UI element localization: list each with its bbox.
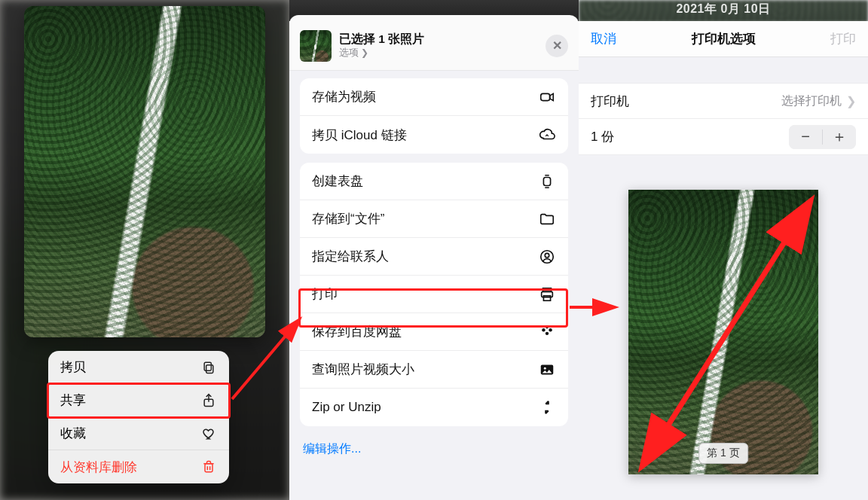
close-icon: ✕: [552, 38, 562, 53]
edit-actions-link[interactable]: 编辑操作...: [300, 435, 568, 468]
share-group-2: 创建表盘 存储到“文件” 指定给联系人 打印: [300, 163, 568, 426]
panel-share-sheet: 已选择 1 张照片 选项 ❯ ✕ 存储为视频 拷贝 iCloud 链接: [289, 0, 579, 500]
svg-rect-5: [543, 177, 550, 185]
chevron-right-icon: ❯: [846, 94, 856, 108]
copy-icon: [200, 359, 217, 376]
copies-stepper: − ＋: [789, 125, 856, 149]
context-menu-label: 拷贝: [60, 358, 86, 376]
action-label: 拷贝 iCloud 链接: [312, 127, 407, 144]
svg-rect-4: [541, 93, 550, 100]
context-menu-favorite[interactable]: 收藏: [48, 417, 229, 450]
action-label: 查询照片视频大小: [312, 361, 414, 378]
share-thumbnail: [300, 30, 332, 62]
stepper-plus-button[interactable]: ＋: [823, 125, 856, 149]
image-size-icon: [538, 361, 556, 379]
cancel-button[interactable]: 取消: [591, 30, 616, 47]
share-sheet-header: 已选择 1 张照片 选项 ❯ ✕: [289, 21, 579, 71]
selected-photo-preview[interactable]: [24, 6, 265, 337]
share-title-box: 已选择 1 张照片 选项 ❯: [339, 32, 538, 59]
share-title: 已选择 1 张照片: [339, 32, 538, 46]
print-title: 打印机选项: [579, 30, 868, 47]
context-menu-delete[interactable]: 从资料库删除: [48, 450, 229, 483]
contact-icon: [538, 248, 556, 266]
watch-icon: [538, 172, 556, 191]
printer-label: 打印机: [591, 93, 629, 110]
action-assign-contact[interactable]: 指定给联系人: [300, 238, 568, 276]
svg-point-7: [545, 253, 549, 258]
panel-print-options: 2021年 0月 10日 取消 打印机选项 打印 打印机 选择打印机 ❯ 1 份…: [579, 0, 868, 500]
cloud-link-icon: [538, 126, 556, 144]
action-label: 创建表盘: [312, 172, 363, 190]
svg-rect-3: [205, 464, 212, 472]
stepper-minus-button[interactable]: −: [789, 125, 822, 149]
action-print[interactable]: 打印: [300, 276, 568, 313]
context-menu-label: 从资料库删除: [60, 459, 137, 476]
action-zip-unzip[interactable]: Zip or Unzip: [300, 389, 568, 426]
baidu-icon: [538, 323, 556, 341]
share-sheet-body: 存储为视频 拷贝 iCloud 链接 创建表盘 存储到“文件”: [289, 71, 579, 500]
action-save-to-files[interactable]: 存储到“文件”: [300, 200, 568, 238]
trash-icon: [200, 459, 217, 475]
svg-point-11: [542, 328, 545, 331]
action-create-watchface[interactable]: 创建表盘: [300, 163, 568, 200]
copies-row: 1 份 − ＋: [579, 119, 868, 155]
folder-icon: [538, 210, 556, 228]
heart-icon: [200, 425, 217, 442]
photo-date-partial: 2021年 0月 10日: [579, 2, 868, 17]
action-query-size[interactable]: 查询照片视频大小: [300, 351, 568, 389]
print-page-preview[interactable]: 第 1 页: [628, 190, 818, 474]
close-button[interactable]: ✕: [546, 35, 568, 57]
action-label: 保存到百度网盘: [312, 323, 402, 340]
context-menu-label: 共享: [60, 392, 86, 409]
chevron-right-icon: ❯: [359, 47, 368, 58]
action-copy-icloud-link[interactable]: 拷贝 iCloud 链接: [300, 116, 568, 154]
printer-value: 选择打印机 ❯: [781, 93, 856, 109]
panel-photo-context: 拷贝 共享 收藏: [0, 0, 289, 500]
svg-point-14: [546, 325, 549, 328]
action-label: 存储到“文件”: [312, 210, 384, 227]
context-menu: 拷贝 共享 收藏: [48, 351, 229, 483]
print-preview-area: 第 1 页: [579, 190, 868, 485]
print-icon: [538, 285, 556, 303]
video-icon: [538, 88, 556, 106]
svg-point-12: [549, 328, 552, 331]
print-settings: 打印机 选择打印机 ❯ 1 份 − ＋: [579, 83, 868, 155]
svg-rect-10: [543, 295, 550, 300]
print-navbar: 取消 打印机选项 打印: [579, 21, 868, 57]
page-number-badge: 第 1 页: [698, 443, 748, 464]
compress-icon: [538, 398, 556, 416]
action-save-as-video[interactable]: 存储为视频: [300, 78, 568, 116]
printer-row[interactable]: 打印机 选择打印机 ❯: [579, 83, 868, 119]
svg-rect-1: [204, 362, 211, 370]
share-options-link[interactable]: 选项 ❯: [339, 47, 538, 59]
context-menu-share[interactable]: 共享: [48, 384, 229, 417]
action-label: 指定给联系人: [312, 248, 389, 265]
print-button-disabled: 打印: [830, 30, 856, 47]
svg-rect-0: [206, 364, 213, 373]
action-label: Zip or Unzip: [312, 400, 381, 415]
svg-point-13: [546, 331, 549, 334]
action-label: 打印: [312, 285, 338, 303]
action-save-baidu[interactable]: 保存到百度网盘: [300, 313, 568, 351]
action-label: 存储为视频: [312, 88, 376, 105]
copies-label: 1 份: [591, 128, 614, 145]
context-menu-copy[interactable]: 拷贝: [48, 351, 229, 384]
svg-point-16: [544, 367, 546, 369]
context-menu-label: 收藏: [60, 425, 86, 442]
share-group-1: 存储为视频 拷贝 iCloud 链接: [300, 78, 568, 154]
share-icon: [200, 392, 217, 409]
